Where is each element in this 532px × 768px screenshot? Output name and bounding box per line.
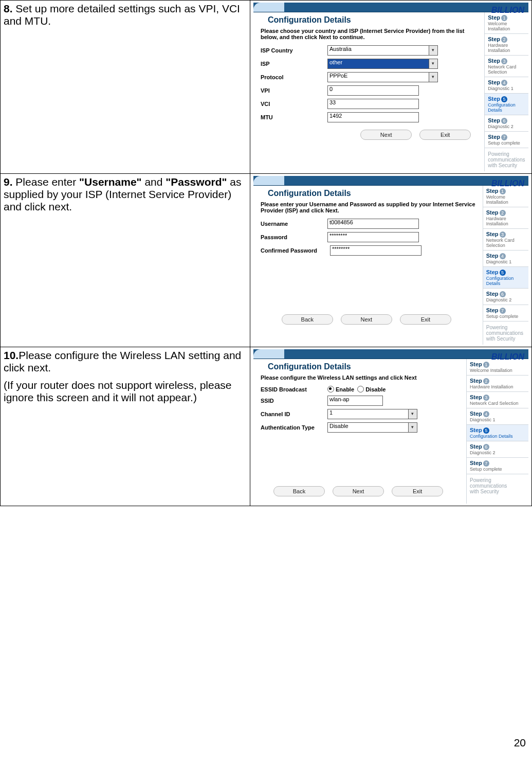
page-number: 20: [0, 733, 532, 749]
steps-sidebar: Step1Welcome Installation Step2Hardware …: [483, 186, 528, 345]
label-mtu: MTU: [261, 114, 327, 120]
step8-screenshot-cell: BILLION Configuration Details Please cho…: [250, 1, 531, 174]
input-confirm-password[interactable]: ********: [330, 245, 421, 256]
label-protocol: Protocol: [261, 74, 327, 80]
step9-text-cell: 9. Please enter "Username" and "Password…: [1, 174, 250, 347]
step9-text-c: and: [142, 176, 166, 188]
step8-text-cell: 8. Set up more detailed settings such as…: [1, 1, 250, 174]
radio-disable[interactable]: [357, 386, 364, 392]
steps-sidebar: Step1Welcome Installation Step2Hardware …: [484, 12, 528, 171]
select-isp-country[interactable]: Australia: [327, 45, 429, 56]
label-disable: Disable: [365, 386, 386, 392]
exit-button[interactable]: Exit: [419, 130, 471, 140]
step9-text-d: "Password": [166, 176, 227, 188]
step9-num: 9.: [4, 176, 13, 188]
select-isp[interactable]: other: [327, 59, 429, 69]
chevron-down-icon[interactable]: ▾: [409, 422, 417, 433]
dialog-instr: Please enter your Username and Password …: [261, 201, 478, 213]
step8-num: 8.: [4, 3, 13, 14]
dialog-title: Configuration Details: [261, 359, 461, 373]
titlebar: [253, 176, 528, 186]
label-vpi: VPI: [261, 87, 327, 94]
label-password: Password: [261, 234, 327, 240]
label-channel: Channel ID: [261, 411, 327, 417]
label-essid: ESSID Broadcast: [261, 386, 327, 392]
step9-text-a: Please enter: [15, 176, 79, 188]
input-vpi[interactable]: 0: [327, 85, 419, 96]
input-mtu[interactable]: 1492: [327, 112, 419, 122]
titlebar: [253, 349, 528, 359]
step9-screenshot-cell: BILLION Configuration Details Please ent…: [250, 174, 531, 347]
input-vci[interactable]: 33: [327, 99, 419, 109]
exit-button[interactable]: Exit: [400, 314, 451, 325]
chevron-down-icon[interactable]: ▾: [429, 45, 438, 56]
back-button[interactable]: Back: [273, 486, 325, 496]
brand-logo: BILLION: [491, 179, 524, 188]
chevron-down-icon[interactable]: ▾: [409, 409, 417, 419]
screenshot-10: BILLION Configuration Details Please con…: [253, 349, 528, 504]
dialog-title: Configuration Details: [261, 186, 478, 200]
chevron-down-icon[interactable]: ▾: [429, 72, 438, 82]
step10-note: (If your router does not support wireles…: [4, 379, 247, 404]
input-ssid[interactable]: wlan-ap: [327, 396, 383, 406]
next-button[interactable]: Next: [341, 314, 392, 325]
label-username: Username: [261, 221, 327, 227]
label-auth: Authentication Type: [261, 424, 327, 431]
step10-text-cell: 10.Please configure the Wireless LAN set…: [1, 347, 250, 506]
step10-num: 10.: [4, 349, 19, 361]
label-vci: VCI: [261, 101, 327, 107]
screenshot-8: BILLION Configuration Details Please cho…: [253, 3, 528, 171]
select-auth[interactable]: Disable: [327, 422, 409, 433]
next-button[interactable]: Next: [360, 130, 412, 140]
select-channel[interactable]: 1: [327, 409, 409, 419]
select-protocol[interactable]: PPPoE: [327, 72, 429, 82]
back-button[interactable]: Back: [282, 314, 333, 325]
label-isp: ISP: [261, 61, 327, 67]
step10-screenshot-cell: BILLION Configuration Details Please con…: [250, 347, 531, 506]
label-enable: Enable: [336, 386, 354, 392]
dialog-title: Configuration Details: [261, 12, 479, 27]
screenshot-9: BILLION Configuration Details Please ent…: [253, 176, 528, 345]
input-password[interactable]: ********: [327, 232, 419, 242]
next-button[interactable]: Next: [333, 486, 384, 496]
input-username[interactable]: t0084856: [327, 219, 419, 229]
dialog-instr: Please configure the Wireless LAN settin…: [261, 374, 461, 381]
label-confirm-password: Confirmed Password: [261, 247, 330, 254]
step10-text: Please configure the Wireless LAN settin…: [4, 349, 241, 373]
step8-text: Set up more detailed settings such as VP…: [4, 3, 240, 27]
step9-text-b: "Username": [79, 176, 141, 188]
titlebar: [253, 3, 528, 12]
doc-table: 8. Set up more detailed settings such as…: [0, 0, 532, 506]
radio-enable[interactable]: [327, 386, 334, 392]
label-ssid: SSID: [261, 398, 327, 404]
chevron-down-icon[interactable]: ▾: [429, 59, 438, 69]
exit-button[interactable]: Exit: [392, 486, 443, 496]
dialog-instr: Please choose your country and ISP (Inte…: [261, 28, 479, 40]
brand-logo: BILLION: [491, 6, 524, 15]
label-isp-country: ISP Country: [261, 47, 327, 53]
steps-sidebar: Step1Welcome Installation Step2Hardware …: [466, 359, 528, 504]
brand-logo: BILLION: [491, 352, 524, 362]
